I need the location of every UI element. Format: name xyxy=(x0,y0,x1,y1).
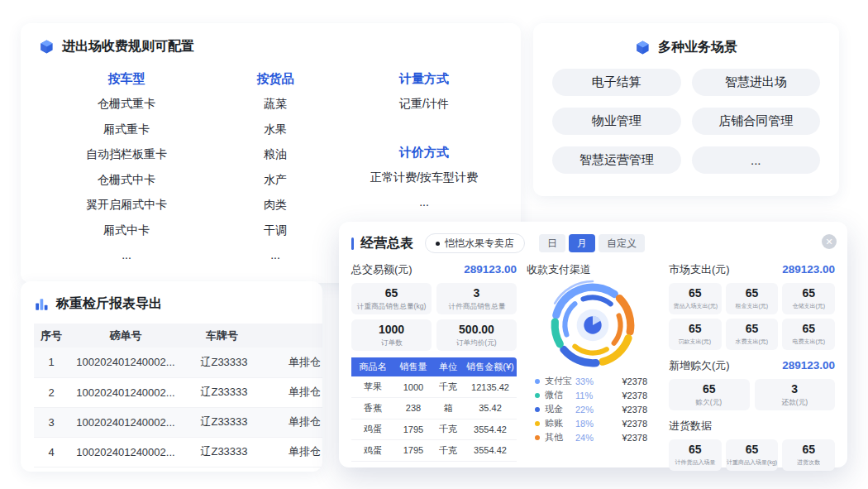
pricing-mode-item: ... xyxy=(336,189,512,215)
cell-plate-no: 辽Z33333 xyxy=(183,348,265,377)
legend-value: ¥2378 xyxy=(622,376,647,386)
stat-box: 65 水费支出(元) xyxy=(726,319,779,350)
vehicle-type-item: 仓栅式重卡 xyxy=(39,91,214,117)
stat-box: 65 电费支出(元) xyxy=(782,319,835,350)
goods-type-item: 蔬菜 xyxy=(214,91,336,117)
cell-sales-amount: 35.42 xyxy=(464,398,517,419)
period-tab[interactable]: 月 xyxy=(569,234,595,252)
stat-value: 65 xyxy=(746,322,759,335)
legend-color-dot xyxy=(535,407,540,412)
cell-product-name: 鸡蛋 xyxy=(351,440,394,462)
cell-sales-qty: 1795 xyxy=(394,440,432,462)
legend-color-dot xyxy=(535,435,540,440)
stat-label: 订单均价(元) xyxy=(456,337,497,347)
weigh-table-header-cell: 磅单号 xyxy=(69,324,183,348)
weigh-table-header-cell xyxy=(265,324,322,348)
stat-value: 3 xyxy=(474,286,480,300)
legend-item: 微信 11% ¥2378 xyxy=(535,388,647,402)
period-tabs: 日月自定义 xyxy=(539,234,645,252)
period-tab[interactable]: 日 xyxy=(539,234,565,252)
stat-box: 500.00 订单均价(元) xyxy=(436,319,517,351)
vehicle-type-header: 按车型 xyxy=(39,65,214,91)
total-transaction-value: 289123.00 xyxy=(464,263,517,276)
summary-body: 总交易额(元) 289123.00 65 计重商品销售总量(kg) 3 计件商品… xyxy=(351,262,835,471)
goods-type-item: 水果 xyxy=(214,117,336,142)
product-table-row: 苹果 1000 千克 12135.42 xyxy=(351,376,517,398)
stat-value: 65 xyxy=(385,286,398,300)
spacer xyxy=(336,117,512,139)
cell-product-name: 鸡蛋 xyxy=(351,419,394,440)
scenario-pill[interactable]: 智慧运营管理 xyxy=(552,146,681,174)
vehicle-type-item: ... xyxy=(39,242,214,268)
weigh-table-header-cell: 序号 xyxy=(34,324,69,348)
legend-name: 赊账 xyxy=(545,417,575,429)
stat-box: 65 计重商品销售总量(kg) xyxy=(351,283,432,314)
payment-legend: 支付宝 33% ¥2378 微信 11% ¥2378 现金 xyxy=(527,374,659,444)
legend-percent: 22% xyxy=(575,405,594,415)
legend-percent: 24% xyxy=(575,433,594,443)
scenario-pill[interactable]: 电子结算 xyxy=(552,69,681,96)
weigh-table-row[interactable]: 2 100202401240002... 辽Z33333 单排仓 xyxy=(34,377,322,407)
legend-value: ¥2378 xyxy=(622,433,647,443)
summary-left-column: 总交易额(元) 289123.00 65 计重商品销售总量(kg) 3 计件商品… xyxy=(351,262,517,471)
legend-percent: 11% xyxy=(575,391,593,400)
cell-ticket-no: 100202401240002... xyxy=(69,407,183,437)
weigh-table-row[interactable]: 1 100202401240002... 辽Z33333 单排仓 xyxy=(34,348,322,377)
period-tab[interactable]: 自定义 xyxy=(599,234,645,252)
measure-mode-item: 记重/计件 xyxy=(336,91,512,117)
legend-value: ¥2378 xyxy=(622,391,647,400)
business-summary-card: 经营总表 恺恺水果专卖店 日月自定义 ✕ 总交易额(元) 289123.00 6… xyxy=(339,222,847,467)
stat-value: 500.00 xyxy=(459,323,494,336)
market-expense-grid: 65 货品入场支出(元) 65 租金支出(元) 65 仓储支出(元) xyxy=(669,283,835,350)
legend-item: 支付宝 33% ¥2378 xyxy=(535,374,647,388)
scenario-pill[interactable]: 智慧进出场 xyxy=(692,69,821,96)
store-name: 恺恺水果专卖店 xyxy=(445,237,514,251)
vehicle-type-item: 翼开启厢式中卡 xyxy=(39,192,214,218)
weigh-report-title-text: 称重检斤报表导出 xyxy=(56,295,162,313)
weigh-table-row[interactable]: 4 100202401240002... 辽Z33333 单排仓 xyxy=(34,437,322,467)
product-table-row: 鸡蛋 1795 千克 3554.42 xyxy=(351,440,517,462)
weigh-table-header-cell: 车牌号 xyxy=(183,324,265,348)
stat-label: 计件商品销售总量 xyxy=(448,300,505,310)
stat-label: 货品入场支出(元) xyxy=(673,302,718,310)
legend-item: 其他 24% ¥2378 xyxy=(535,430,647,444)
stat-box: 65 计重商品入场量(kg) xyxy=(726,439,779,471)
close-icon[interactable]: ✕ xyxy=(822,234,837,249)
summary-title: 经营总表 xyxy=(360,235,413,252)
stat-box: 65 进货次数 xyxy=(782,439,835,471)
product-table-header-cell: 销售金额(¥) xyxy=(464,357,517,376)
scenario-pill[interactable]: 店铺合同管理 xyxy=(692,108,821,135)
stat-box: 65 罚款支出(元) xyxy=(669,319,722,350)
goods-type-item: 粮油 xyxy=(214,141,336,167)
stat-box: 65 赊欠(元) xyxy=(669,379,750,410)
market-expense-row: 市场支出(元) 289123.00 xyxy=(669,262,835,277)
cube-icon xyxy=(39,39,55,55)
weigh-report-card: 称重检斤报表导出 序号磅单号车牌号 1 100202401240002... 辽… xyxy=(21,281,322,472)
cell-plate-no: 辽Z33333 xyxy=(183,377,265,407)
stat-label: 还款(元) xyxy=(781,396,808,406)
store-selector[interactable]: 恺恺水果专卖店 xyxy=(425,233,525,253)
cell-warehouse: 单排仓 xyxy=(265,407,322,437)
stat-label: 电费支出(元) xyxy=(792,338,825,346)
vehicle-type-item: 厢式中卡 xyxy=(39,218,214,243)
measure-mode-header: 计量方式 xyxy=(336,65,512,91)
legend-percent: 33% xyxy=(575,376,594,386)
product-sales-table: 商品名销售量单位销售金额(¥) 苹果 1000 千克 12135.42 香蕉 xyxy=(351,357,517,462)
vehicle-type-item: 仓栅式中卡 xyxy=(39,167,214,193)
scenarios-title: 多种业务场景 xyxy=(552,39,820,56)
business-scenarios-card: 多种业务场景 电子结算智慧进出场物业管理店铺合同管理智慧运营管理... xyxy=(533,23,839,196)
legend-name: 支付宝 xyxy=(545,375,575,387)
scenario-pill[interactable]: ... xyxy=(692,146,821,174)
store-dot-icon xyxy=(436,242,440,246)
legend-name: 微信 xyxy=(545,389,575,401)
purchase-grid: 65 计件货品入场量 65 计重商品入场量(kg) 65 进货次数 xyxy=(669,439,835,471)
stat-box: 65 仓储支出(元) xyxy=(782,283,835,314)
cell-sales-qty: 238 xyxy=(394,398,432,419)
goods-type-item: ... xyxy=(214,242,336,268)
vehicle-type-column: 按车型 仓栅式重卡厢式重卡自动挡栏板重卡仓栅式中卡翼开启厢式中卡厢式中卡... xyxy=(39,65,214,268)
scenario-pill[interactable]: 物业管理 xyxy=(552,108,681,135)
vehicle-type-item: 自动挡栏板重卡 xyxy=(39,141,214,167)
stat-label: 进货次数 xyxy=(797,458,820,467)
legend-color-dot xyxy=(535,393,540,398)
weigh-table-row[interactable]: 3 100202401240002... 辽Z33333 单排仓 xyxy=(34,407,322,437)
